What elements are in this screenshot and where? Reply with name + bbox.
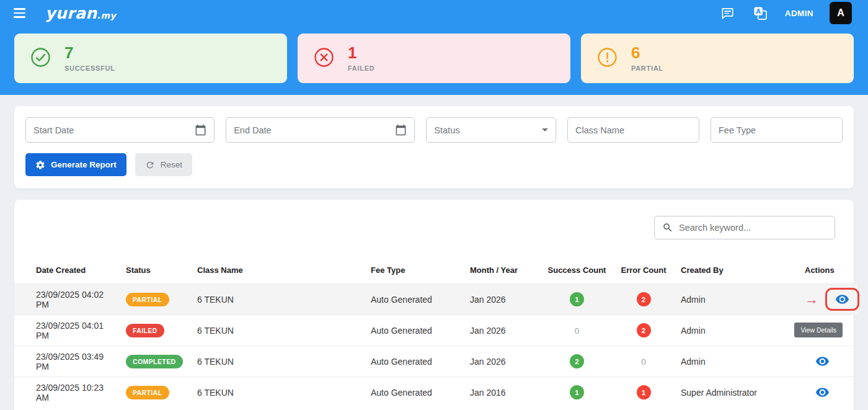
created-by-cell: Admin [675, 315, 799, 346]
date-created-cell: 23/09/2025 10:23 AM [14, 377, 120, 408]
summary-card-partial: 6 PARTIAL [581, 33, 854, 83]
reset-label: Reset [161, 160, 182, 169]
month-year-cell: Jan 2026 [464, 346, 541, 377]
partial-count: 6 [631, 45, 663, 61]
menu-icon[interactable] [11, 6, 28, 20]
error-count: 0 [641, 357, 646, 367]
generate-report-label: Generate Report [51, 160, 117, 169]
search-input[interactable] [679, 223, 827, 233]
fee-type-cell: Auto Generated [365, 315, 464, 346]
month-year-cell: Jan 2026 [464, 284, 541, 315]
annotation-arrow-icon: → [805, 292, 818, 307]
calendar-icon[interactable] [195, 124, 206, 136]
generate-report-button[interactable]: Generate Report [25, 153, 126, 176]
table-row: 23/09/2025 10:23 AM PARTIAL 6 TEKUN Auto… [14, 377, 857, 408]
summary-card-failed: 1 FAILED [298, 33, 570, 83]
column-header-status: Status [120, 258, 191, 284]
table-row: 23/09/2025 04:01 PM FAILED 6 TEKUN Auto … [14, 315, 857, 346]
check-circle-icon [30, 47, 51, 70]
successful-count: 7 [64, 45, 115, 61]
logo-text: yuran [45, 4, 97, 22]
table-body: 23/09/2025 04:02 PM PARTIAL 6 TEKUN Auto… [14, 284, 857, 408]
fee-type-cell: Auto Generated [365, 377, 464, 408]
actions-cell: → [799, 346, 857, 377]
status-badge: PARTIAL [126, 386, 169, 399]
status-select[interactable]: Status [426, 117, 556, 143]
month-year-cell: Jan 2026 [464, 315, 541, 346]
report-table-panel: Date CreatedStatusClass NameFee TypeMont… [14, 200, 854, 410]
class-name-cell: 6 TEKUN [191, 377, 365, 408]
error-count-cell: 1 [613, 377, 675, 408]
eye-icon [835, 292, 849, 306]
x-circle-icon [314, 47, 334, 70]
created-by-cell: Admin [675, 346, 799, 377]
eye-ring [811, 351, 834, 372]
eye-icon [815, 354, 830, 368]
class-name-cell: 6 TEKUN [191, 346, 365, 377]
status-select-value: Status [434, 125, 537, 135]
refresh-icon [145, 160, 155, 170]
app-logo[interactable]: yuran.my [45, 6, 116, 21]
class-name-cell: 6 TEKUN [191, 284, 365, 315]
column-header-date-created: Date Created [14, 258, 120, 284]
status-cell: PARTIAL [120, 284, 191, 315]
chat-icon[interactable] [719, 5, 736, 22]
column-header-class-name: Class Name [191, 258, 365, 284]
topbar: yuran.my A ADMIN A [0, 0, 868, 26]
success-count-cell: 0 [541, 315, 613, 346]
date-created-cell: 23/09/2025 04:01 PM [14, 315, 120, 346]
fee-type-input[interactable] [719, 125, 835, 135]
view-details-button[interactable] [833, 291, 852, 308]
filter-panel: Status Generate Report Reset [14, 106, 854, 189]
error-count-cell: 2 [613, 315, 675, 346]
reports-table: Date CreatedStatusClass NameFee TypeMont… [14, 258, 857, 408]
status-cell: COMPLETED [120, 346, 191, 377]
status-badge: COMPLETED [126, 355, 183, 368]
status-cell: PARTIAL [120, 377, 191, 408]
date-created-cell: 23/09/2025 03:49 PM [14, 346, 120, 377]
gear-icon [35, 160, 45, 170]
end-date-input[interactable] [234, 125, 390, 135]
successful-label: SUCCESSFUL [64, 65, 115, 72]
view-details-tooltip: View Details [794, 323, 843, 337]
table-row: 23/09/2025 04:02 PM PARTIAL 6 TEKUN Auto… [14, 284, 857, 315]
partial-label: PARTIAL [631, 65, 663, 72]
actions-cell: → View Details [799, 284, 857, 315]
success-count-cell: 1 [541, 284, 613, 315]
column-header-success-count: Success Count [541, 258, 613, 284]
class-name-field[interactable] [567, 117, 699, 143]
summary-cards-row: 7 SUCCESSFUL 1 FAILED 6 PA [0, 26, 868, 89]
translate-icon[interactable]: A [752, 5, 769, 22]
warning-circle-icon [597, 47, 618, 70]
avatar[interactable]: A [830, 2, 852, 24]
eye-ring [811, 382, 834, 403]
fee-type-field[interactable] [711, 117, 843, 143]
failed-count: 1 [348, 45, 374, 61]
search-box[interactable] [654, 216, 835, 239]
search-icon [662, 222, 673, 233]
created-by-cell: Admin [675, 284, 799, 315]
created-by-cell: Super Administrator [675, 377, 799, 408]
view-details-button[interactable] [813, 353, 832, 370]
view-details-button[interactable] [813, 384, 832, 401]
table-header-row: Date CreatedStatusClass NameFee TypeMont… [14, 258, 857, 284]
column-header-month-year: Month / Year [464, 258, 541, 284]
error-count: 2 [637, 323, 651, 337]
success-count: 0 [575, 326, 580, 336]
calendar-icon[interactable] [395, 124, 407, 136]
class-name-cell: 6 TEKUN [191, 315, 365, 346]
success-count: 2 [570, 354, 584, 368]
fee-type-cell: Auto Generated [365, 346, 464, 377]
start-date-field[interactable] [25, 117, 215, 143]
success-count: 1 [570, 385, 584, 399]
success-count: 1 [570, 292, 584, 306]
svg-text:A: A [756, 8, 761, 15]
end-date-field[interactable] [226, 117, 415, 143]
month-year-cell: Jan 2016 [464, 377, 541, 408]
success-count-cell: 2 [541, 346, 613, 377]
reset-button[interactable]: Reset [135, 153, 192, 176]
eye-icon [815, 385, 830, 399]
fee-type-cell: Auto Generated [365, 284, 464, 315]
start-date-input[interactable] [33, 125, 190, 135]
class-name-input[interactable] [575, 125, 691, 135]
